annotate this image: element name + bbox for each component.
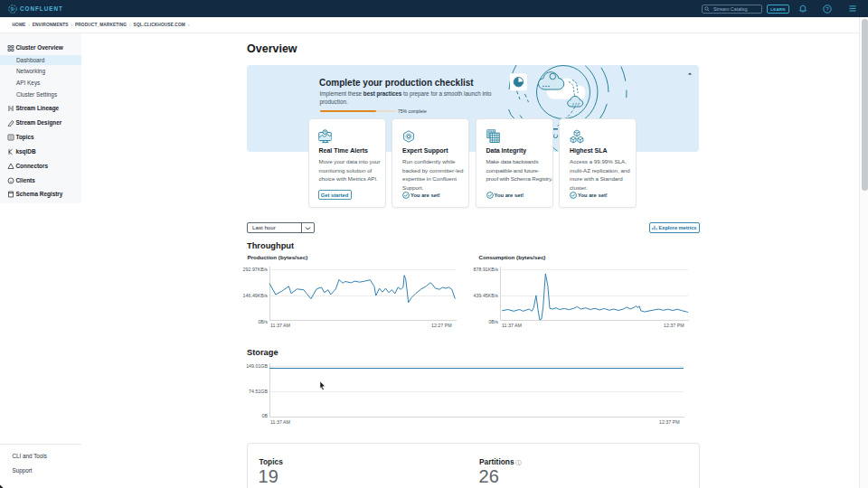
svg-text:?: ? bbox=[826, 6, 828, 12]
